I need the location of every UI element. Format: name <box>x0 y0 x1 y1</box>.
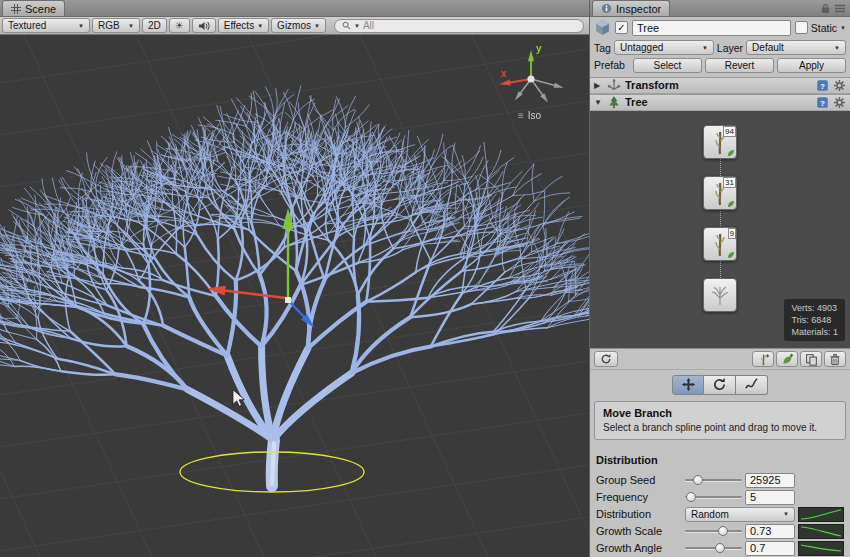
gameobject-name-field[interactable]: Tree <box>632 20 791 36</box>
tab-inspector[interactable]: Inspector <box>592 0 670 16</box>
group-seed-field[interactable]: 25925 <box>745 473 795 488</box>
tree-component-icon <box>607 95 621 109</box>
distribution-section: Distribution Group Seed 25925 Frequency … <box>590 446 850 557</box>
iso-menu-icon: ≡ <box>518 110 524 121</box>
search-value: All <box>363 20 374 31</box>
leaf-badge-icon <box>727 149 735 157</box>
foldout-expanded-icon[interactable]: ▼ <box>594 98 603 107</box>
node-count-badge: 9 <box>728 228 736 239</box>
add-leaf-group-button[interactable] <box>776 351 798 367</box>
checkmark-icon: ✓ <box>617 23 625 33</box>
gear-icon[interactable] <box>833 79 846 92</box>
growth-angle-field[interactable]: 0.7 <box>745 541 795 556</box>
trash-icon <box>829 353 841 366</box>
transform-component-header[interactable]: ▶ Transform ? <box>590 77 850 94</box>
growth-scale-curve-field[interactable] <box>798 524 844 539</box>
color-mode-dropdown[interactable]: RGB▼ <box>92 18 140 33</box>
prefab-revert-button[interactable]: Revert <box>705 58 774 73</box>
branch-group-node[interactable]: 94 <box>703 125 737 159</box>
node-count-badge: 94 <box>723 126 736 137</box>
foldout-collapsed-icon[interactable]: ▶ <box>594 81 603 90</box>
chevron-down-icon: ▼ <box>78 23 84 29</box>
curve-icon <box>799 542 843 555</box>
active-checkbox[interactable]: ✓ <box>615 21 628 34</box>
growth-angle-curve-field[interactable] <box>798 541 844 556</box>
growth-scale-label: Growth Scale <box>596 525 682 537</box>
tab-scene[interactable]: Scene <box>2 0 65 16</box>
effects-dropdown[interactable]: Effects▼ <box>218 18 269 33</box>
prefab-select-button[interactable]: Select <box>633 58 702 73</box>
tool-help-box: Move Branch Select a branch spline point… <box>594 401 846 440</box>
free-hand-tool-button[interactable] <box>736 375 768 395</box>
gizmos-dropdown[interactable]: Gizmos▼ <box>271 18 326 33</box>
layer-dropdown[interactable]: Default▼ <box>746 40 846 55</box>
branch-group-node[interactable]: 31 <box>703 176 737 210</box>
curve-icon <box>799 508 843 521</box>
scene-audio-button[interactable] <box>192 18 216 33</box>
growth-scale-slider[interactable] <box>685 525 742 537</box>
move-branch-tool-button[interactable] <box>672 375 704 395</box>
growth-angle-row: Growth Angle 0.7 <box>596 540 844 556</box>
rotate-branch-icon <box>712 377 727 392</box>
branch-group-node[interactable]: 9 <box>703 227 737 261</box>
growth-angle-label: Growth Angle <box>596 542 682 554</box>
refresh-button[interactable] <box>594 351 618 367</box>
static-checkbox[interactable] <box>795 21 808 34</box>
axis-gizmo-y-label[interactable]: y <box>536 43 542 54</box>
branch-tools <box>590 370 850 398</box>
leaf-badge-icon <box>727 251 735 259</box>
chevron-down-icon: ▼ <box>257 23 263 29</box>
tag-dropdown[interactable]: Untagged▼ <box>614 40 714 55</box>
static-dropdown-icon[interactable]: ▼ <box>840 25 846 31</box>
hierarchy-toolbar <box>590 349 850 370</box>
rotate-branch-tool-button[interactable] <box>704 375 736 395</box>
prefab-label: Prefab <box>594 59 630 71</box>
group-seed-value: 25925 <box>750 474 781 486</box>
frequency-slider[interactable] <box>685 491 742 503</box>
context-menu-icon[interactable] <box>835 4 845 13</box>
scene-lighting-button[interactable]: ☀ <box>169 18 190 33</box>
add-branch-group-button[interactable] <box>752 351 774 367</box>
add-branch-icon <box>757 353 770 366</box>
prefab-apply-button[interactable]: Apply <box>777 58 846 73</box>
add-leaf-icon <box>781 353 794 366</box>
distribution-value: Random <box>691 509 729 520</box>
help-icon[interactable]: ? <box>816 79 829 92</box>
growth-angle-slider[interactable] <box>685 542 742 554</box>
inspector-pane: Inspector ✓ Tree Static ▼ Tag Untagged▼ <box>590 0 850 557</box>
frequency-field[interactable]: 5 <box>745 490 795 505</box>
color-mode-label: RGB <box>98 20 120 31</box>
scene-tab-label: Scene <box>25 3 56 15</box>
distribution-row: Distribution Random▼ <box>596 506 844 522</box>
growth-scale-field[interactable]: 0.73 <box>745 524 795 539</box>
toggle-2d-button[interactable]: 2D <box>142 18 167 33</box>
duplicate-node-button[interactable] <box>800 351 822 367</box>
help-icon[interactable]: ? <box>816 96 829 109</box>
tool-help-title: Move Branch <box>603 407 837 419</box>
shading-mode-dropdown[interactable]: Textured▼ <box>2 18 90 33</box>
axis-gizmo-x-label[interactable]: x <box>501 68 507 79</box>
grid-icon <box>11 4 21 14</box>
scene-viewport[interactable] <box>0 35 589 557</box>
tree-component-header[interactable]: ▼ Tree ? <box>590 94 850 111</box>
scene-tabbar: Scene <box>0 0 589 17</box>
chevron-down-icon: ▼ <box>314 23 320 29</box>
lock-icon[interactable] <box>821 3 830 14</box>
tree-root-node[interactable] <box>703 278 737 312</box>
gear-icon[interactable] <box>833 96 846 109</box>
projection-toggle[interactable]: ≡ Iso <box>518 110 541 121</box>
slider-thumb[interactable] <box>693 475 703 485</box>
layer-label: Layer <box>717 42 743 54</box>
slider-thumb[interactable] <box>718 526 728 536</box>
tree-thumbnail-icon <box>708 283 732 307</box>
effects-label: Effects <box>224 20 254 31</box>
delete-node-button[interactable] <box>824 351 846 367</box>
2d-label: 2D <box>148 20 161 31</box>
distribution-dropdown[interactable]: Random▼ <box>685 507 795 522</box>
distribution-curve-field[interactable] <box>798 507 844 522</box>
tag-label: Tag <box>594 42 611 54</box>
slider-thumb[interactable] <box>715 543 725 553</box>
slider-thumb[interactable] <box>686 492 696 502</box>
scene-search-input[interactable]: ▼ All <box>334 19 584 33</box>
group-seed-slider[interactable] <box>685 474 742 486</box>
